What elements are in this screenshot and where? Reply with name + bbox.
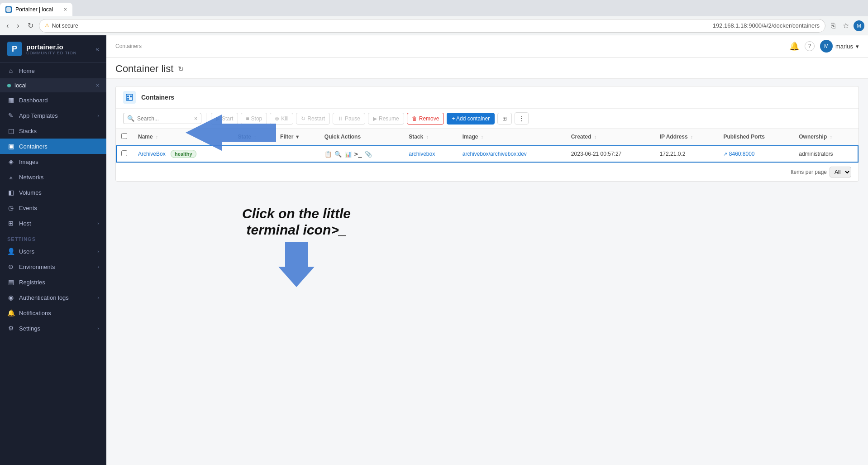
container-ownership-cell: administrators bbox=[793, 145, 858, 163]
sidebar-item-notifications-label: Notifications bbox=[19, 310, 99, 316]
col-filter[interactable]: Filter ▼ bbox=[275, 129, 319, 145]
stop-button[interactable]: ■ Stop bbox=[241, 113, 267, 125]
container-ports-cell[interactable]: ↗ 8460:8000 bbox=[718, 145, 793, 163]
col-ip[interactable]: IP Address ↕ bbox=[654, 129, 718, 145]
container-name-cell[interactable]: ArchiveBox healthy bbox=[133, 145, 233, 163]
stop-label: Stop bbox=[251, 115, 262, 122]
logs-icon[interactable]: 📋 bbox=[324, 151, 332, 158]
container-image-cell[interactable]: archivebox/archivebox:dev bbox=[457, 145, 566, 163]
row-checkbox-cell[interactable] bbox=[116, 145, 133, 163]
user-menu[interactable]: M marius ▾ bbox=[820, 40, 859, 53]
inspect-icon[interactable]: 🔍 bbox=[334, 151, 342, 158]
sidebar-collapse-button[interactable]: « bbox=[95, 45, 99, 53]
sidebar-item-app-templates[interactable]: ✎ App Templates › bbox=[0, 108, 106, 123]
sidebar-item-notifications[interactable]: 🔔 Notifications bbox=[0, 305, 106, 321]
reload-button[interactable]: ↻ bbox=[25, 19, 36, 32]
address-bar[interactable]: ⚠ Not secure 192.168.1.18:9000/#/2/docke… bbox=[39, 19, 825, 33]
back-button[interactable]: ‹ bbox=[4, 20, 11, 32]
kill-label: Kill bbox=[281, 115, 288, 122]
sidebar-item-events[interactable]: ◷ Events bbox=[0, 200, 106, 216]
col-stack[interactable]: Stack ↕ bbox=[403, 129, 457, 145]
sidebar-item-networks[interactable]: ⟁ Networks bbox=[0, 169, 106, 185]
col-name-label: Name bbox=[138, 134, 153, 140]
col-state-label: State bbox=[238, 134, 251, 140]
sidebar-item-home-label: Home bbox=[19, 67, 99, 74]
resume-button[interactable]: ▶ Resume bbox=[368, 113, 404, 125]
ip-sort-icon: ↕ bbox=[691, 134, 693, 139]
col-state[interactable]: State ↕ bbox=[233, 129, 275, 145]
events-icon: ◷ bbox=[7, 204, 14, 211]
help-icon[interactable]: ? bbox=[805, 41, 815, 51]
remove-button[interactable]: 🗑 Remove bbox=[407, 113, 444, 125]
sidebar-item-home[interactable]: ⌂ Home bbox=[0, 63, 106, 78]
items-per-page-select[interactable]: All bbox=[830, 167, 851, 177]
cast-button[interactable]: ⎘ bbox=[828, 20, 838, 32]
notification-bell-icon[interactable]: 🔔 bbox=[789, 41, 799, 51]
sidebar-item-settings[interactable]: ⚙ Settings › bbox=[0, 321, 106, 336]
col-name[interactable]: Name ↕ bbox=[133, 129, 233, 145]
tab-close-button[interactable]: × bbox=[64, 6, 67, 13]
sidebar-item-dashboard[interactable]: ▦ Dashboard bbox=[0, 92, 106, 108]
start-button[interactable]: ▶ Start bbox=[211, 113, 238, 125]
env-close-button[interactable]: × bbox=[96, 82, 99, 89]
terminal-icon[interactable]: >_ bbox=[354, 150, 362, 158]
sidebar-item-users[interactable]: 👤 Users › bbox=[0, 244, 106, 259]
container-state-badge: healthy bbox=[171, 150, 196, 158]
state-sort-icon: ↕ bbox=[254, 134, 256, 139]
sidebar-item-host[interactable]: ⊞ Host › bbox=[0, 216, 106, 231]
image-link[interactable]: archivebox/archivebox:dev bbox=[463, 151, 527, 157]
col-ownership[interactable]: Ownership ↕ bbox=[793, 129, 858, 145]
search-box[interactable]: 🔍 × bbox=[123, 113, 201, 124]
sidebar-item-images[interactable]: ◈ Images bbox=[0, 154, 106, 169]
more-options-button[interactable]: ⋮ bbox=[515, 112, 529, 125]
sidebar-item-environments[interactable]: ⊙ Environments › bbox=[0, 259, 106, 274]
col-ownership-label: Ownership bbox=[799, 134, 827, 140]
container-name-link[interactable]: ArchiveBox bbox=[138, 151, 166, 157]
sidebar-item-registries[interactable]: ▤ Registries bbox=[0, 274, 106, 290]
svg-marker-6 bbox=[278, 242, 315, 287]
svg-rect-2 bbox=[126, 94, 133, 101]
kill-button[interactable]: ⊗ Kill bbox=[270, 113, 293, 125]
annotation-group: Click on the little terminal icon>_ bbox=[242, 206, 351, 287]
add-container-button[interactable]: + Add container bbox=[447, 113, 495, 125]
attach-icon[interactable]: 📎 bbox=[365, 151, 372, 158]
down-arrow-svg bbox=[278, 242, 315, 287]
tab-title: Portainer | local bbox=[15, 6, 53, 13]
browser-tab-active[interactable]: Portainer | local × bbox=[0, 3, 72, 16]
col-ports: Published Ports bbox=[718, 129, 793, 145]
col-image[interactable]: Image ↕ bbox=[457, 129, 566, 145]
search-input[interactable] bbox=[137, 115, 191, 122]
port-link[interactable]: ↗ 8460:8000 bbox=[723, 151, 754, 157]
restart-button[interactable]: ↻ Restart bbox=[296, 113, 330, 125]
columns-button[interactable]: ⊞ bbox=[497, 113, 512, 125]
search-clear-button[interactable]: × bbox=[194, 115, 197, 122]
sidebar-item-containers[interactable]: ▣ Containers bbox=[0, 139, 106, 154]
select-all-checkbox[interactable] bbox=[121, 133, 127, 139]
refresh-button[interactable]: ↻ bbox=[178, 65, 184, 73]
main-content-wrapper: Containers 🔔 ? M marius ▾ Container list… bbox=[106, 35, 868, 465]
row-checkbox[interactable] bbox=[121, 150, 127, 156]
pause-button[interactable]: ⏸ Pause bbox=[333, 113, 365, 125]
restart-label: Restart bbox=[307, 115, 325, 122]
stats-icon[interactable]: 📊 bbox=[344, 151, 352, 158]
sidebar-item-environments-label: Environments bbox=[19, 264, 93, 270]
sidebar-item-volumes[interactable]: ◧ Volumes bbox=[0, 185, 106, 200]
stack-link[interactable]: archivebox bbox=[409, 151, 435, 157]
container-stack-cell[interactable]: archivebox bbox=[403, 145, 457, 163]
containers-icon: ▣ bbox=[7, 143, 14, 150]
browser-user-avatar[interactable]: M bbox=[854, 20, 864, 31]
resume-icon: ▶ bbox=[373, 115, 377, 122]
select-all-cell[interactable] bbox=[116, 129, 133, 145]
col-created-label: Created bbox=[571, 134, 591, 140]
table-row: ArchiveBox healthy 📋 🔍 bbox=[116, 145, 858, 163]
auth-logs-arrow-icon: › bbox=[97, 295, 99, 300]
col-created[interactable]: Created ↕ bbox=[566, 129, 654, 145]
sidebar-item-stacks[interactable]: ◫ Stacks bbox=[0, 123, 106, 139]
sidebar-item-users-label: Users bbox=[19, 248, 93, 255]
dashboard-icon: ▦ bbox=[7, 96, 14, 104]
sidebar-item-auth-logs[interactable]: ◉ Authentication logs › bbox=[0, 290, 106, 305]
bookmark-button[interactable]: ☆ bbox=[840, 19, 852, 32]
ownership-sort-icon: ↕ bbox=[830, 134, 832, 139]
panel-title: Containers bbox=[141, 94, 851, 101]
forward-button[interactable]: › bbox=[14, 20, 22, 32]
